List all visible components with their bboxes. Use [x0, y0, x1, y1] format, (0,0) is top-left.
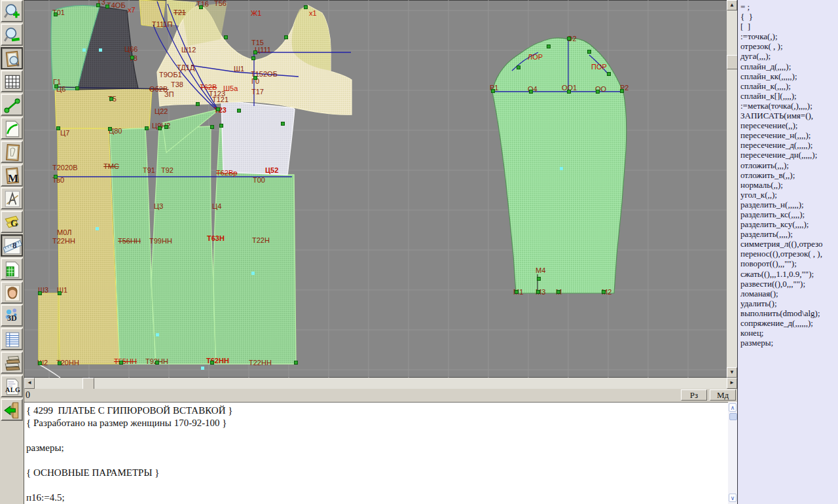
command-item[interactable]: разделить_н(,,,,,); — [740, 200, 838, 209]
sizes-table-icon — [3, 331, 22, 349]
3d-icon — [3, 307, 22, 325]
command-item[interactable]: перенос((),отрезок( , ), — [740, 249, 838, 259]
toolbar-button-library[interactable] — [1, 351, 23, 374]
command-item[interactable]: разделить(,,,,); — [740, 229, 838, 239]
toolbar-button-preview[interactable] — [1, 47, 23, 69]
alg-page-icon — [3, 378, 22, 396]
command-item[interactable]: нормаль(,,); — [740, 180, 838, 190]
portrait-icon — [3, 284, 22, 302]
command-sidebar: = ;{ }[ ]:=точка(,);отрезок( , );дуга(,,… — [737, 0, 838, 504]
editor-scroll-up-icon[interactable]: ∧ — [729, 403, 737, 412]
preview-board-icon — [3, 50, 22, 68]
toolbar-button-3d[interactable]: 3D — [1, 304, 23, 327]
command-item[interactable]: удалить(); — [740, 298, 838, 308]
algorithm-editor[interactable]: { 4299 ПЛАТЬЕ С ГИПЮРОВОЙ ВСТАВКОЙ }{ Ра… — [24, 402, 728, 504]
editor-line: { 4299 ПЛАТЬЕ С ГИПЮРОВОЙ ВСТАВКОЙ } — [26, 405, 728, 417]
editor-scrollbar[interactable]: ∧ ∨ — [728, 402, 737, 504]
command-item[interactable]: :=метка(точка(,),,,,); — [740, 101, 838, 111]
toolbar-button-grid[interactable] — [1, 70, 23, 92]
zoom-out-icon — [3, 26, 22, 45]
command-item[interactable]: отрезок( , ); — [740, 41, 838, 51]
scroll-right-arrow-icon[interactable]: ► — [727, 378, 737, 389]
export-roll-icon — [3, 401, 22, 420]
editor-line — [26, 429, 728, 442]
command-item[interactable]: разделить_кс(,,,,); — [740, 209, 838, 219]
pattern-drawing — [24, 0, 727, 378]
command-item[interactable]: сжать((),,,1.1,0.9,""); — [740, 269, 838, 279]
command-item[interactable]: пересечение_дн(,,,,,); — [740, 150, 838, 160]
command-item[interactable]: ломаная(); — [740, 289, 838, 298]
editor-line: п16:=4.5; — [26, 492, 728, 504]
pattern-canvas[interactable]: Т01Т3Т4ОБх7Т111ПЦ66Т8Г1Ц6Т5Об2ВЗПШ12ТД1Д… — [24, 0, 727, 378]
toolbar-button-pattern-sheet[interactable] — [1, 141, 23, 163]
command-item[interactable]: сплайн_д(,,,,); — [740, 62, 838, 71]
toolbar-button-drafting[interactable] — [1, 187, 23, 209]
command-item[interactable]: поворот((),,,""); — [740, 259, 838, 268]
command-item[interactable]: развести((),0,,,""); — [740, 279, 838, 289]
pattern-sheet-icon — [3, 143, 22, 162]
toolbar-button-algorithm[interactable]: ALG — [1, 375, 23, 397]
toolbar-button-marking[interactable]: M — [1, 164, 23, 187]
command-item[interactable]: выполнить(dmod\alg); — [740, 308, 838, 318]
command-item[interactable]: пересечение(,,); — [740, 120, 838, 130]
command-item[interactable]: сопряжение_д(,,,,,,); — [740, 318, 838, 328]
rz-button[interactable]: Рз — [681, 389, 707, 401]
editor-scroll-thumb[interactable] — [729, 413, 737, 420]
command-item[interactable]: симметрия_л((),отрезо — [740, 239, 838, 249]
editor-scroll-down-icon[interactable]: ∨ — [729, 494, 737, 502]
command-item[interactable]: сплайн_кк(,,,,,); — [740, 71, 838, 81]
toolbar-button-table-page[interactable] — [1, 258, 23, 280]
toolbar-button-measure[interactable]: 8 — [1, 234, 23, 257]
command-item[interactable]: дуга(,,,); — [740, 51, 838, 61]
command-item[interactable]: конец; — [740, 328, 838, 338]
editor-line — [26, 479, 728, 492]
command-item[interactable]: пересечение_д(,,,,,); — [740, 140, 838, 150]
command-item[interactable]: = ; — [740, 2, 838, 12]
command-item[interactable]: разделить_ксу(,,,,); — [740, 219, 838, 229]
command-item[interactable]: сплайн_к[](,,,,); — [740, 91, 838, 101]
grid-icon — [3, 73, 22, 91]
scroll-down-arrow-icon[interactable]: ▼ — [727, 367, 737, 378]
table-page-icon — [3, 261, 22, 279]
toolbar-button-segment[interactable] — [1, 94, 23, 116]
segment-icon — [3, 96, 22, 115]
toolbar-button-zoom-in[interactable] — [1, 0, 23, 22]
editor-line: { Разработано на размер женщины 170-92-1… — [26, 417, 728, 429]
g-ribbon-icon — [3, 213, 22, 232]
command-item[interactable]: пересечение_н(,,,,); — [740, 130, 838, 140]
command-item[interactable]: сплайн_к(,,,,); — [740, 81, 838, 91]
editor-line: размеры; — [26, 442, 728, 454]
scroll-up-arrow-icon[interactable]: ▲ — [727, 0, 737, 10]
command-item[interactable]: размеры; — [740, 338, 838, 348]
command-item[interactable]: ЗАПИСАТЬ(имя=(), — [740, 111, 838, 120]
toolbar-button-g-tool[interactable]: G — [1, 211, 23, 233]
md-button[interactable]: Мд — [710, 389, 736, 401]
command-item[interactable]: отложить_в(,,); — [740, 170, 838, 180]
spline-page-icon — [3, 120, 22, 138]
command-item[interactable]: отложить(,,,); — [740, 160, 838, 170]
command-item[interactable]: :=точка(,); — [740, 31, 838, 41]
status-line-number: 0 — [26, 390, 30, 401]
toolbar: M G 8 — [0, 0, 24, 504]
toolbar-button-zoom-out[interactable] — [1, 24, 23, 46]
editor-line: { ОСНОВНЫЕ ПАРАМЕТРЫ } — [26, 467, 728, 479]
toolbar-button-sizes-table[interactable] — [1, 328, 23, 350]
status-bar: 0 Рз Мд — [24, 389, 737, 402]
canvas-vertical-scrollbar[interactable]: ▲ ▼ — [727, 0, 737, 378]
editor-line — [26, 454, 728, 467]
ruler-icon — [3, 237, 22, 255]
command-item[interactable]: угол_к(,,); — [740, 190, 838, 200]
drafting-tools-icon — [3, 190, 22, 208]
zoom-in-icon — [3, 3, 22, 21]
command-item[interactable]: { } — [740, 12, 838, 22]
books-icon — [3, 354, 22, 372]
toolbar-button-model-photo[interactable] — [1, 281, 23, 304]
m-board-icon — [3, 167, 22, 185]
toolbar-button-spline[interactable] — [1, 117, 23, 139]
scroll-left-arrow-icon[interactable]: ◄ — [24, 378, 35, 389]
toolbar-button-export[interactable] — [1, 399, 23, 421]
canvas-horizontal-scrollbar[interactable]: ◄ ► — [24, 378, 737, 389]
command-item[interactable]: [ ] — [740, 22, 838, 31]
